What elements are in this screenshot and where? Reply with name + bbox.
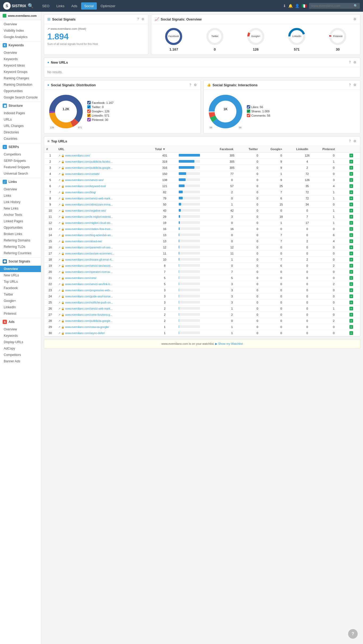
url-link[interactable]: www.evemilano.com/servizi-seo/link-b... xyxy=(65,283,112,286)
legend-twitter-check[interactable] xyxy=(87,105,91,109)
sidebar-item-pinterest[interactable]: Pinterest xyxy=(0,310,41,317)
url-link[interactable]: www.evemilano.com/servizi-seo/ xyxy=(65,179,104,182)
sidebar-domain[interactable]: www.evemilano.com xyxy=(0,12,41,20)
add-button[interactable]: + xyxy=(349,307,353,310)
new-urls-help-icon[interactable]: ? xyxy=(348,60,351,65)
sidebar-item-link-opps[interactable]: Opportunities xyxy=(0,224,41,231)
new-urls-settings-icon[interactable]: ⚙ xyxy=(353,60,357,65)
url-link[interactable]: www.evemilano.com/citation-flow-trust... xyxy=(65,228,112,231)
add-button[interactable]: + xyxy=(349,294,353,298)
add-button[interactable]: + xyxy=(349,252,353,255)
sidebar-group-structure[interactable]: ▦ Structure xyxy=(0,102,41,109)
sidebar-group-social[interactable]: 💬 Social Signals xyxy=(0,257,41,265)
url-link[interactable]: www.evemilano.com/ottimizzare-imma... xyxy=(65,203,112,206)
sidebar-item-ranking-dist[interactable]: Ranking Distribution xyxy=(0,81,41,88)
sidebar-item-banner-ads[interactable]: Banner Ads xyxy=(0,358,41,364)
interactions-help-icon[interactable]: ? xyxy=(348,83,351,87)
sidebar-item-visibility[interactable]: Visibility Index xyxy=(0,27,41,34)
add-button[interactable]: + xyxy=(349,319,353,323)
url-link[interactable]: www.evemilano.com/servizi-seo/assist... xyxy=(65,264,112,267)
sidebar-item-indexed[interactable]: Indexed Pages xyxy=(0,110,41,116)
sidebar-group-links[interactable]: 🔗 Links xyxy=(0,178,41,185)
url-link[interactable]: www.evemilano.com/migliori-cloud-sto... xyxy=(65,221,112,224)
sidebar-group-serps[interactable]: ≡ SERPs xyxy=(0,143,41,150)
url-link[interactable]: www.evemilano.com/come-funziona-g... xyxy=(65,313,112,316)
add-button[interactable]: + xyxy=(349,239,353,243)
help-icon[interactable]: ? xyxy=(137,17,140,22)
sidebar-item-ref-domains[interactable]: Referring Domains xyxy=(0,237,41,244)
add-button[interactable]: + xyxy=(349,215,353,219)
add-button[interactable]: + xyxy=(349,264,353,268)
sidebar-item-link-history[interactable]: Link History xyxy=(0,199,41,205)
sidebar-item-url-changes[interactable]: URL Changes xyxy=(0,123,41,129)
dist-settings-icon[interactable]: ⚙ xyxy=(193,83,197,87)
add-button[interactable]: + xyxy=(349,209,353,212)
legend-shares-check[interactable] xyxy=(247,109,250,113)
sidebar-item-social-overview[interactable]: Overview xyxy=(0,266,41,272)
url-link[interactable]: www.evemilano.com/about-me/ xyxy=(65,240,102,243)
add-button[interactable]: + xyxy=(349,203,353,206)
add-button[interactable]: + xyxy=(349,282,353,286)
sidebar-item-universal[interactable]: Universal Search xyxy=(0,170,41,177)
add-button[interactable]: + xyxy=(349,221,353,225)
sidebar-item-display-urls[interactable]: Display-URLs xyxy=(0,339,41,345)
url-link[interactable]: www.evemilano.com/blog/ xyxy=(65,191,96,194)
top-urls-settings-icon[interactable]: ⚙ xyxy=(353,139,357,143)
sidebar-item-gsc[interactable]: Google Search Console xyxy=(0,94,41,101)
sidebar-group-keywords[interactable]: K Keywords xyxy=(0,41,41,48)
sidebar-item-links-overview[interactable]: Overview xyxy=(0,186,41,192)
sidebar-item-countries[interactable]: Countries xyxy=(0,136,41,142)
sidebar-item-ads-overview[interactable]: Overview xyxy=(0,326,41,333)
url-link[interactable]: www.evemilano.com/blog-aziendali-wo... xyxy=(65,234,113,237)
legend-linkedin-check[interactable] xyxy=(87,114,91,117)
sidebar-item-analytics[interactable]: Google Analytics xyxy=(0,34,41,40)
add-button[interactable]: + xyxy=(349,190,353,194)
sidebar-item-ranking-changes[interactable]: Ranking Changes xyxy=(0,75,41,81)
add-button[interactable]: + xyxy=(349,331,353,335)
add-button[interactable]: + xyxy=(349,270,353,274)
nav-seo[interactable]: SEO xyxy=(39,2,52,10)
add-button[interactable]: + xyxy=(349,227,353,231)
url-link[interactable]: www.evemilano.com/cosa-sa-google/ xyxy=(65,326,109,329)
url-link[interactable]: www.evemilano.com/trovare-gli-errori-4..… xyxy=(65,258,114,261)
add-button[interactable]: + xyxy=(349,166,353,170)
sidebar-item-googleplus[interactable]: Google+ xyxy=(0,298,41,304)
url-link[interactable]: www.evemilano.com/async-defer/ xyxy=(65,332,105,335)
nav-optimizer[interactable]: Optimizer xyxy=(97,2,119,10)
add-button[interactable]: + xyxy=(349,196,353,200)
sidebar-item-adcopy[interactable]: AdCopy xyxy=(0,345,41,352)
sidebar-item-links[interactable]: Links xyxy=(0,192,41,199)
legend-facebook-check[interactable] xyxy=(87,101,91,104)
sidebar-item-keywords[interactable]: Keywords xyxy=(0,56,41,62)
sidebar-item-ref-tlds[interactable]: Referring TLDs xyxy=(0,244,41,250)
sidebar-item-new-urls[interactable]: New URLs xyxy=(0,272,41,278)
add-button[interactable]: + xyxy=(349,154,353,157)
sidebar-item-overview-main[interactable]: Overview xyxy=(0,21,41,27)
help-button[interactable]: ? xyxy=(348,629,358,639)
add-button[interactable]: + xyxy=(349,301,353,304)
url-link[interactable]: www.evemilano.com/negative-seo/ xyxy=(65,209,106,212)
url-link[interactable]: www.evemilano.com/corsi/ xyxy=(65,277,97,280)
add-button[interactable]: + xyxy=(349,258,353,261)
url-link[interactable]: www.evemilano.com/pubblicita-google... xyxy=(65,166,112,169)
overview-settings-icon[interactable]: ⚙ xyxy=(353,17,357,22)
url-link[interactable]: www.evemilano.com/keyword-tool/ xyxy=(65,185,106,188)
legend-googleplus-check[interactable] xyxy=(87,109,91,113)
url-link[interactable]: www.evemilano.com/servizi-web-mark... xyxy=(65,307,112,310)
sidebar-item-facebook[interactable]: Facebook xyxy=(0,285,41,291)
sidebar-item-kw-overview[interactable]: Overview xyxy=(0,50,41,56)
add-button[interactable]: + xyxy=(349,160,353,163)
sidebar-item-urls[interactable]: URLs xyxy=(0,116,41,123)
sidebar-item-broken[interactable]: Broken Links xyxy=(0,231,41,237)
url-link[interactable]: www.evemilano.com/guide-seo/risorse... xyxy=(65,295,113,298)
legend-comments-check[interactable] xyxy=(247,114,250,117)
dist-help-icon[interactable]: ? xyxy=(189,83,192,87)
settings-icon[interactable]: ⚙ xyxy=(141,17,145,22)
url-link[interactable]: www.evemilano.com/notifiche-push-on... xyxy=(65,301,113,304)
sidebar-item-directories[interactable]: Directories xyxy=(0,129,41,136)
add-button[interactable]: + xyxy=(349,233,353,237)
watchlist-link[interactable]: ▶ Show my Watchlist xyxy=(215,342,243,345)
sidebar-item-kw-groups[interactable]: Keyword Groups xyxy=(0,69,41,75)
nav-social[interactable]: Social xyxy=(81,2,97,10)
add-button[interactable]: + xyxy=(349,288,353,292)
